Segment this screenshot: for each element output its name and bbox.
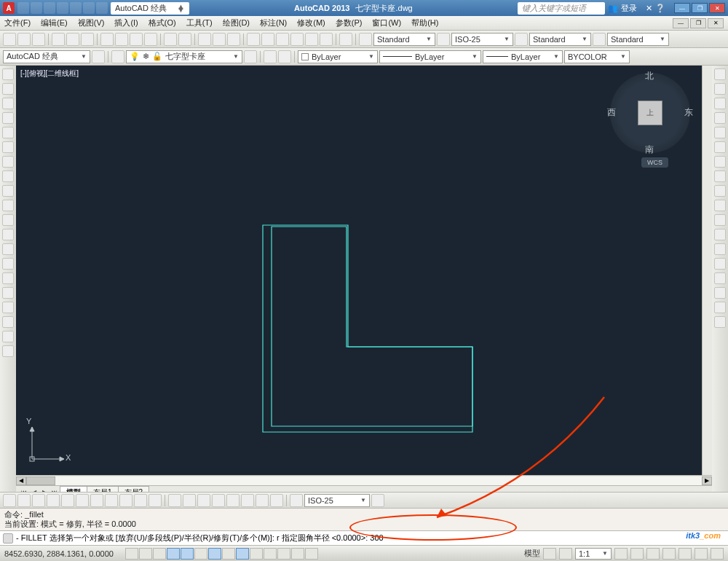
text-style-icon[interactable] <box>359 33 372 46</box>
line-icon[interactable] <box>2 68 14 80</box>
offset-icon[interactable] <box>714 112 726 124</box>
hardware-accel-icon[interactable] <box>678 548 692 560</box>
anno-vis-icon[interactable] <box>614 548 628 560</box>
scale-icon[interactable] <box>714 170 726 182</box>
dim-linear-icon[interactable] <box>3 494 16 507</box>
view-cube[interactable]: 北 南 东 西 上 <box>610 73 690 153</box>
erase-icon[interactable] <box>714 68 726 80</box>
menu-modify[interactable]: 修改(M) <box>297 17 325 28</box>
paste-icon[interactable] <box>130 33 143 46</box>
dim-aligned-icon[interactable] <box>17 494 31 507</box>
explode-icon[interactable] <box>714 316 726 328</box>
compass-north[interactable]: 北 <box>645 70 654 82</box>
maximize-button[interactable]: ❐ <box>692 3 708 13</box>
isolate-icon[interactable] <box>695 548 708 560</box>
design-center-icon[interactable] <box>261 33 274 46</box>
minimize-button[interactable]: — <box>674 3 690 13</box>
clean-screen-icon[interactable] <box>711 548 724 560</box>
tolerance-icon[interactable] <box>197 494 210 507</box>
markup-icon[interactable] <box>305 33 318 46</box>
matchprop-icon[interactable] <box>144 33 157 46</box>
sheet-set-icon[interactable] <box>290 33 304 46</box>
model-space-button[interactable]: 模型 <box>524 548 540 559</box>
layer-combo[interactable]: 💡 ❄ 🔓 七字型卡座▼ <box>126 50 242 63</box>
polygon-icon[interactable] <box>2 112 14 124</box>
ucs-icon[interactable]: X Y <box>26 421 70 466</box>
dim-style-combo[interactable]: ISO-25▼ <box>451 33 513 46</box>
qat-plot-icon[interactable] <box>70 2 82 14</box>
viewport-label[interactable]: [-][俯视][二维线框] <box>20 68 79 79</box>
extend-icon[interactable] <box>714 214 726 226</box>
break-point-icon[interactable] <box>714 229 726 240</box>
command-input[interactable]: - FILLET 选择第一个对象或 [放弃(U)/多段线(P)/半径(R)/修剪… <box>16 533 384 544</box>
menu-format[interactable]: 格式(O) <box>149 17 176 28</box>
region-icon[interactable] <box>2 302 14 313</box>
quickview-drawings-icon[interactable] <box>559 548 572 560</box>
scroll-left-icon[interactable]: ◀ <box>16 476 26 485</box>
dim-radius-icon[interactable] <box>61 494 74 507</box>
mleader-style-icon[interactable] <box>593 33 606 46</box>
login-button[interactable]: 登录 <box>621 3 637 14</box>
gradient-icon[interactable] <box>2 287 14 299</box>
stretch-icon[interactable] <box>714 185 726 197</box>
viewport-hscroll[interactable]: ◀ ▶ <box>16 475 712 485</box>
xline-icon[interactable] <box>2 83 14 95</box>
ellipse-icon[interactable] <box>2 200 14 211</box>
dim-continue-icon[interactable] <box>149 494 162 507</box>
app-logo[interactable]: A <box>3 2 15 14</box>
anno-auto-icon[interactable] <box>630 548 644 560</box>
publish-icon[interactable] <box>81 33 94 46</box>
zoom-icon[interactable] <box>213 33 226 46</box>
snap-toggle[interactable] <box>125 548 138 560</box>
sc-toggle[interactable] <box>291 548 304 560</box>
qat-undo-icon[interactable] <box>83 2 95 14</box>
doc-close-button[interactable]: ✕ <box>708 18 724 28</box>
arc-icon[interactable] <box>2 141 14 153</box>
fillet-icon[interactable] <box>714 287 726 299</box>
compass-west[interactable]: 西 <box>607 106 616 119</box>
hatch-icon[interactable] <box>2 272 14 284</box>
qp-toggle[interactable] <box>277 548 290 560</box>
menu-draw[interactable]: 绘图(D) <box>223 17 250 28</box>
blend-icon[interactable] <box>714 302 726 313</box>
circle-icon[interactable] <box>2 156 14 168</box>
compass-south[interactable]: 南 <box>645 144 654 156</box>
help-icon[interactable]: ❔ <box>655 4 665 13</box>
qat-new-icon[interactable] <box>17 2 29 14</box>
lwt-toggle[interactable] <box>250 548 263 560</box>
menu-window[interactable]: 窗口(W) <box>372 17 401 28</box>
insert-block-icon[interactable] <box>2 229 14 240</box>
menu-file[interactable]: 文件(F) <box>4 17 31 28</box>
menu-help[interactable]: 帮助(H) <box>411 17 438 28</box>
dim-edit-icon[interactable] <box>256 494 269 507</box>
table-style-combo[interactable]: Standard▼ <box>529 33 591 46</box>
ellipse-arc-icon[interactable] <box>2 214 14 226</box>
break-icon[interactable] <box>714 243 726 255</box>
qat-save-icon[interactable] <box>44 2 55 14</box>
ortho-toggle[interactable] <box>153 548 166 560</box>
layer-props-icon[interactable] <box>111 50 124 63</box>
menu-view[interactable]: 视图(V) <box>78 17 105 28</box>
menu-tools[interactable]: 工具(T) <box>186 17 213 28</box>
open-icon[interactable] <box>17 33 31 46</box>
workspace-switcher-top[interactable]: AutoCAD 经典 ▲▼ <box>111 2 189 15</box>
dyn-toggle[interactable] <box>236 548 249 560</box>
doc-restore-button[interactable]: ❐ <box>690 18 706 28</box>
dim-angular-icon[interactable] <box>105 494 118 507</box>
new-icon[interactable] <box>3 33 16 46</box>
rectangle-icon[interactable] <box>2 127 14 138</box>
viewport-vscroll[interactable] <box>702 66 712 475</box>
mirror-icon[interactable] <box>714 98 726 109</box>
text-style-combo[interactable]: Standard▼ <box>373 33 435 46</box>
chamfer-icon[interactable] <box>714 272 726 284</box>
linetype-combo[interactable]: ByLayer▼ <box>379 50 481 63</box>
dim-quick-icon[interactable] <box>119 494 132 507</box>
dim-arc-icon[interactable] <box>32 494 45 507</box>
plotstyle-combo[interactable]: BYCOLOR▼ <box>564 50 630 63</box>
dim-style-manager-icon[interactable] <box>371 494 384 507</box>
menu-dimension[interactable]: 标注(N) <box>260 17 287 28</box>
table-style-icon[interactable] <box>515 33 528 46</box>
undo-icon[interactable] <box>164 33 177 46</box>
plot-icon[interactable] <box>52 33 65 46</box>
join-icon[interactable] <box>714 258 726 270</box>
